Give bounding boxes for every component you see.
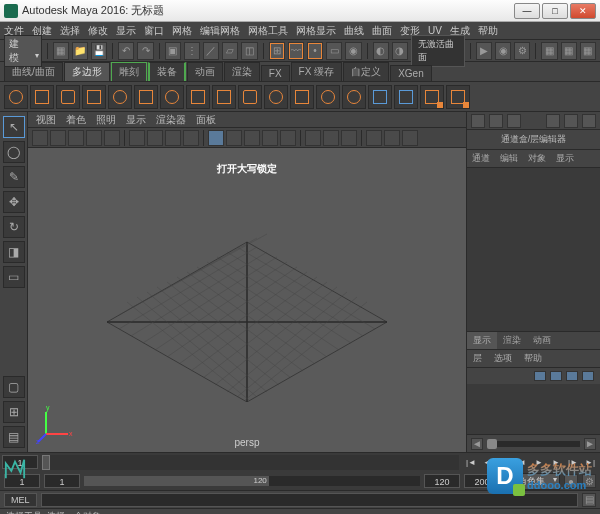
layout-single[interactable]: ▢ [3, 376, 25, 398]
script-lang-dropdown[interactable]: MEL [4, 493, 37, 507]
select-vertex-button[interactable]: ⋮ [184, 42, 200, 60]
move-tool[interactable]: ✥ [3, 191, 25, 213]
scale-tool[interactable]: ◨ [3, 241, 25, 263]
layer-move-up[interactable] [534, 371, 546, 381]
shelf-poly-pipe[interactable] [264, 85, 288, 109]
select-uv-button[interactable]: ◫ [241, 42, 257, 60]
layer-tab-anim[interactable]: 动画 [527, 332, 557, 349]
ui-toggle-2[interactable]: ▦ [561, 42, 577, 60]
playback-start[interactable]: 1 [44, 474, 80, 488]
ui-toggle-3[interactable]: ▦ [580, 42, 596, 60]
render-settings-button[interactable]: ⚙ [514, 42, 530, 60]
shelf-tab-render[interactable]: 渲染 [224, 62, 260, 81]
pt-shaded[interactable] [226, 130, 242, 146]
layer-list[interactable] [467, 384, 600, 434]
layer-menu-layer[interactable]: 层 [473, 352, 482, 365]
pt-shadows[interactable] [280, 130, 296, 146]
layer-new-selected[interactable] [582, 371, 594, 381]
menu-meshdisplay[interactable]: 网格显示 [296, 24, 336, 38]
menu-editmesh[interactable]: 编辑网格 [200, 24, 240, 38]
menu-modify[interactable]: 修改 [88, 24, 108, 38]
shelf-poly-plane[interactable] [134, 85, 158, 109]
menu-surface[interactable]: 曲面 [372, 24, 392, 38]
shelf-poly-disc[interactable] [160, 85, 184, 109]
panel-menu-view[interactable]: 视图 [36, 113, 56, 127]
pt-gate-mask[interactable] [183, 130, 199, 146]
pt-image-plane[interactable] [68, 130, 84, 146]
shelf-poly-helix[interactable] [290, 85, 314, 109]
pt-lights[interactable] [262, 130, 278, 146]
paint-select-tool[interactable]: ✎ [3, 166, 25, 188]
panel-menu-lighting[interactable]: 照明 [96, 113, 116, 127]
snap-grid-button[interactable]: ⊞ [269, 42, 285, 60]
undo-button[interactable]: ↶ [118, 42, 134, 60]
maximize-button[interactable]: □ [542, 3, 568, 19]
snap-point-button[interactable]: • [307, 42, 323, 60]
pt-grease[interactable] [104, 130, 120, 146]
time-handle[interactable] [42, 455, 50, 470]
shelf-tab-polygons[interactable]: 多边形 [64, 62, 110, 81]
snap-live-button[interactable]: ◉ [345, 42, 361, 60]
select-face-button[interactable]: ▱ [222, 42, 238, 60]
speed-slider[interactable] [487, 441, 580, 447]
pt-xray-joints[interactable] [341, 130, 357, 146]
pt-view-transform[interactable] [402, 130, 418, 146]
layer-tab-display[interactable]: 显示 [467, 332, 497, 349]
layer-tab-render[interactable]: 渲染 [497, 332, 527, 349]
layout-outliner[interactable]: ▤ [3, 426, 25, 448]
shelf-poly-pyramid[interactable] [212, 85, 236, 109]
shelf-tab-fxcache[interactable]: FX 缓存 [291, 62, 343, 81]
menu-curve[interactable]: 曲线 [344, 24, 364, 38]
ipr-button[interactable]: ◉ [495, 42, 511, 60]
rpanel-a-icon[interactable] [546, 114, 560, 128]
shelf-tab-anim[interactable]: 动画 [187, 62, 223, 81]
layer-menu-options[interactable]: 选项 [494, 352, 512, 365]
cb-tab-show[interactable]: 显示 [551, 150, 579, 167]
last-tool[interactable]: ▭ [3, 266, 25, 288]
snap-plane-button[interactable]: ▭ [326, 42, 342, 60]
minimize-button[interactable]: — [514, 3, 540, 19]
shelf-poly-platonic[interactable] [186, 85, 210, 109]
panel-menu-show[interactable]: 显示 [126, 113, 146, 127]
pt-wireframe[interactable] [208, 130, 224, 146]
shelf-poly-sphere[interactable] [4, 85, 28, 109]
pt-expose[interactable] [366, 130, 382, 146]
pt-bookmark[interactable] [50, 130, 66, 146]
pt-xray[interactable] [323, 130, 339, 146]
open-scene-button[interactable]: 📁 [72, 42, 88, 60]
shelf-tab-custom[interactable]: 自定义 [343, 62, 389, 81]
viewport[interactable]: 打开大写锁定 [28, 148, 466, 452]
ui-toggle-1[interactable]: ▦ [541, 42, 557, 60]
shelf-poly-prism[interactable] [238, 85, 262, 109]
select-edge-button[interactable]: ／ [203, 42, 219, 60]
shelf-separate[interactable] [446, 85, 470, 109]
close-button[interactable]: ✕ [570, 3, 596, 19]
history-button[interactable]: ◐ [373, 42, 389, 60]
shelf-tab-fx[interactable]: FX [261, 65, 290, 81]
shelf-poly-type[interactable] [368, 85, 392, 109]
layer-menu-help[interactable]: 帮助 [524, 352, 542, 365]
cb-tab-edit[interactable]: 编辑 [495, 150, 523, 167]
command-input[interactable] [41, 493, 578, 507]
workspace-dropdown[interactable]: 建模 [4, 35, 42, 67]
time-track[interactable]: 1 [42, 455, 459, 470]
rpanel-attr-icon[interactable] [489, 114, 503, 128]
shelf-poly-soccer[interactable] [342, 85, 366, 109]
shelf-poly-gear[interactable] [316, 85, 340, 109]
pt-2d-pan[interactable] [86, 130, 102, 146]
script-editor-button[interactable]: ▤ [582, 493, 596, 507]
layout-four[interactable]: ⊞ [3, 401, 25, 423]
menu-display[interactable]: 显示 [116, 24, 136, 38]
history-off-button[interactable]: ◑ [392, 42, 408, 60]
panel-menu-renderer[interactable]: 渲染器 [156, 113, 186, 127]
pt-gamma[interactable] [384, 130, 400, 146]
panel-menu-shading[interactable]: 着色 [66, 113, 86, 127]
shelf-poly-svg[interactable] [394, 85, 418, 109]
shelf-poly-cylinder[interactable] [56, 85, 80, 109]
pt-isolate[interactable] [305, 130, 321, 146]
menu-select[interactable]: 选择 [60, 24, 80, 38]
select-tool[interactable]: ↖ [3, 116, 25, 138]
rpanel-b-icon[interactable] [564, 114, 578, 128]
cb-tab-object[interactable]: 对象 [523, 150, 551, 167]
layer-new-empty[interactable] [566, 371, 578, 381]
